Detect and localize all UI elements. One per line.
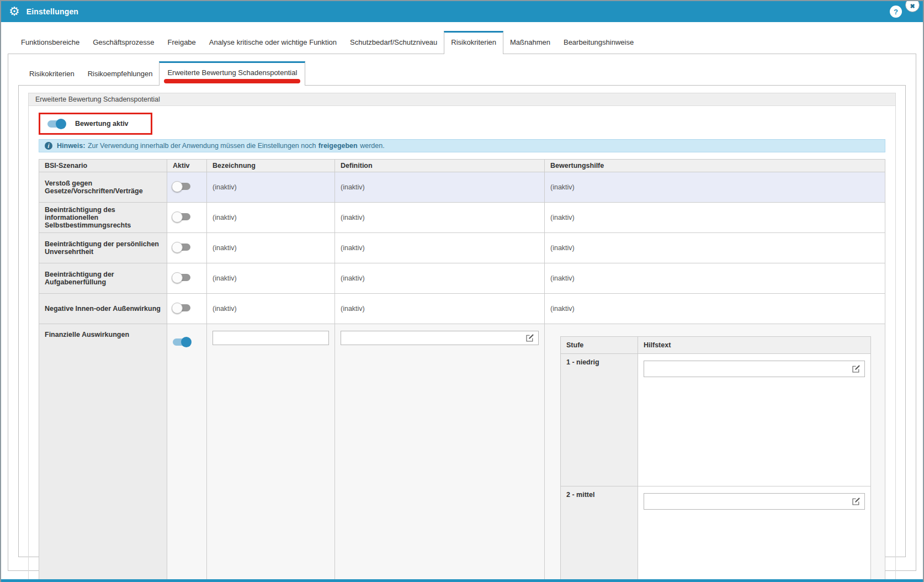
scenario-label: Beeinträchtigung der persönlichen Unvers… (39, 233, 167, 263)
erweiterte-bewertung-fieldset: Erweiterte Bewertung Schadenspotential B… (28, 93, 896, 582)
main-tabbar: Funktionsbereiche Geschäftsprozesse Frei… (8, 31, 916, 54)
stufe-label: 2 - mittel (561, 486, 638, 582)
hilfstext-input-wrap (644, 493, 865, 510)
bezeichnung-input[interactable] (213, 331, 328, 345)
hinweis-bar: i Hinweis: Zur Verwendung innerhalb der … (39, 139, 885, 152)
stufe-label: 1 - niedrig (561, 354, 638, 486)
settings-window: ⚙ Einstellungen ? ✖ Funktionsbereiche Ge… (0, 0, 924, 582)
subtab-content-panel: Erweiterte Bewertung Schadenspotential B… (18, 85, 906, 557)
tab-freigabe[interactable]: Freigabe (161, 31, 203, 54)
col-bsi-szenario: BSI-Szenario (39, 160, 167, 172)
window-title: Einstellungen (26, 7, 78, 16)
gear-icon: ⚙ (9, 6, 20, 18)
info-icon: i (45, 142, 52, 150)
tab-content-panel: Risikokriterien Risikoempfehlungen Erwei… (8, 54, 916, 571)
table-row: Verstoß gegen Gesetze/Vorschriften/Vertr… (39, 172, 885, 203)
bewertungshilfe-cell: Stufe Hilfstext 1 - niedrig (545, 324, 885, 582)
table-row-finanzielle: Finanzielle Auswirkungen (39, 324, 885, 582)
inactive-value: (inaktiv) (545, 203, 885, 233)
inactive-value: (inaktiv) (545, 172, 885, 203)
tab-schutzbedarf[interactable]: Schutzbedarf/Schutzniveau (343, 31, 444, 54)
inactive-value: (inaktiv) (335, 263, 545, 294)
edit-icon[interactable] (525, 334, 534, 342)
tab-geschaeftsprozesse[interactable]: Geschäftsprozesse (86, 31, 161, 54)
scenario-label: Beeinträchtigung der Aufgabenerfüllung (39, 263, 167, 294)
scenario-label: Finanzielle Auswirkungen (39, 324, 167, 582)
bewertung-aktiv-toggle[interactable] (47, 120, 65, 128)
scenario-label: Negative Innen-oder Außenwirkung (39, 294, 167, 324)
table-header-row: BSI-Szenario Aktiv Bezeichnung Definitio… (39, 160, 885, 172)
titlebar: ⚙ Einstellungen ? ✖ (1, 1, 923, 22)
inactive-value: (inaktiv) (335, 294, 545, 324)
subtab-risikoempfehlungen[interactable]: Risikoempfehlungen (81, 63, 160, 85)
table-row: Negative Innen-oder Außenwirkung (inakti… (39, 294, 885, 324)
col-stufe: Stufe (561, 337, 638, 354)
hilfstext-input-wrap (644, 361, 865, 377)
edit-icon[interactable] (852, 364, 861, 373)
inactive-value: (inaktiv) (207, 233, 335, 263)
scenario-label: Verstoß gegen Gesetze/Vorschriften/Vertr… (39, 172, 167, 203)
window-bottom-accent (1, 579, 923, 582)
scenario-label: Beeinträchtigung des informationellen Se… (39, 203, 167, 233)
stufe-header-row: Stufe Hilfstext (561, 337, 871, 354)
fieldset-title: Erweiterte Bewertung Schadenspotential (29, 93, 895, 106)
hinweis-text: Hinweis: Zur Verwendung innerhalb der An… (56, 142, 385, 150)
stufe-row: 1 - niedrig (561, 354, 871, 486)
inactive-value: (inaktiv) (207, 172, 335, 203)
help-button[interactable]: ? (890, 6, 902, 18)
inactive-value: (inaktiv) (545, 294, 885, 324)
sub-tabbar: Risikokriterien Risikoempfehlungen Erwei… (8, 61, 916, 85)
bezeichnung-input-wrap (213, 331, 329, 345)
table-row: Beeinträchtigung der persönlichen Unvers… (39, 233, 885, 263)
tab-risikokriterien[interactable]: Risikokriterien (444, 31, 503, 54)
subtab-erweiterte-bewertung[interactable]: Erweiterte Bewertung Schadenspotential (159, 61, 305, 86)
subtab-label: Erweiterte Bewertung Schadenspotential (167, 68, 297, 77)
inactive-value: (inaktiv) (207, 263, 335, 294)
hilfstext-input[interactable] (644, 494, 852, 509)
annotation-red-box: Bewertung aktiv (39, 113, 152, 135)
inactive-value: (inaktiv) (335, 233, 545, 263)
col-hilfstext: Hilfstext (638, 337, 871, 354)
scenario-toggle[interactable] (173, 274, 190, 281)
inactive-value: (inaktiv) (335, 172, 545, 203)
tab-massnahmen[interactable]: Maßnahmen (503, 31, 557, 54)
finanzielle-toggle[interactable] (173, 338, 190, 346)
definition-input[interactable] (341, 331, 525, 345)
tab-analyse-kritische-funktion[interactable]: Analyse kritische oder wichtige Funktion (203, 31, 343, 54)
table-row: Beeinträchtigung des informationellen Se… (39, 203, 885, 233)
stufe-table: Stufe Hilfstext 1 - niedrig (560, 336, 871, 582)
inactive-value: (inaktiv) (207, 294, 335, 324)
col-bezeichnung: Bezeichnung (207, 160, 335, 172)
table-row: Beeinträchtigung der Aufgabenerfüllung (… (39, 263, 885, 294)
annotation-red-underline (164, 79, 300, 83)
inactive-value: (inaktiv) (335, 203, 545, 233)
col-definition: Definition (335, 160, 545, 172)
inactive-value: (inaktiv) (207, 203, 335, 233)
inactive-value: (inaktiv) (545, 233, 885, 263)
col-bewertungshilfe: Bewertungshilfe (545, 160, 885, 172)
col-aktiv: Aktiv (167, 160, 207, 172)
bewertung-aktiv-label: Bewertung aktiv (75, 120, 129, 128)
bsi-szenario-table: BSI-Szenario Aktiv Bezeichnung Definitio… (39, 159, 885, 582)
tab-bearbeitungshinweise[interactable]: Bearbeitungshinweise (557, 31, 640, 54)
scenario-toggle[interactable] (173, 213, 190, 220)
definition-input-wrap (341, 331, 539, 345)
inactive-value: (inaktiv) (545, 263, 885, 294)
scenario-toggle[interactable] (173, 304, 190, 311)
edit-icon[interactable] (852, 497, 861, 506)
subtab-risikokriterien[interactable]: Risikokriterien (23, 63, 81, 85)
scenario-toggle[interactable] (173, 244, 190, 251)
hilfstext-input[interactable] (644, 361, 852, 377)
close-icon[interactable]: ✖ (905, 0, 920, 12)
stufe-row: 2 - mittel (561, 486, 871, 582)
scenario-toggle[interactable] (173, 183, 190, 190)
bewertung-aktiv-row: Bewertung aktiv (39, 113, 885, 135)
tab-funktionsbereiche[interactable]: Funktionsbereiche (14, 31, 86, 54)
